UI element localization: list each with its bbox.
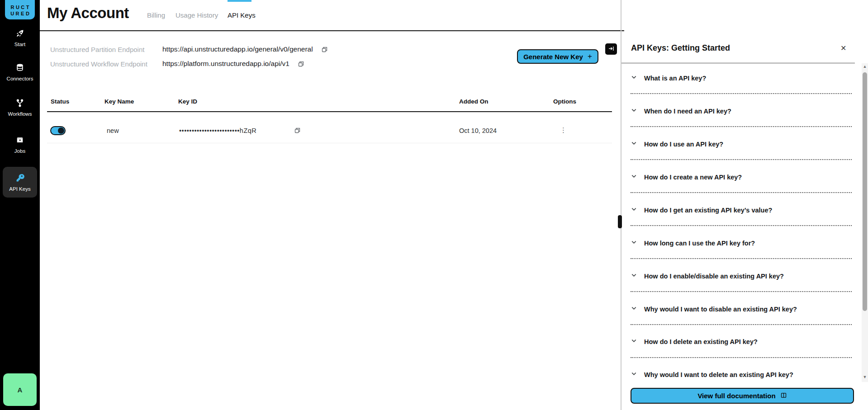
chevron-down-icon bbox=[631, 337, 637, 346]
faq-question: When do I need an API key? bbox=[644, 108, 731, 115]
faq-item[interactable]: Why would I want to disable an existing … bbox=[631, 305, 852, 313]
sidebar-item-connectors[interactable]: Connectors bbox=[0, 63, 40, 81]
faq-item[interactable]: How do I enable/disable an existing API … bbox=[631, 272, 852, 280]
header-divider bbox=[40, 30, 624, 31]
dotted-divider bbox=[631, 126, 852, 127]
col-header-options: Options bbox=[553, 98, 576, 105]
unstructured-logo[interactable]: RUCT URED bbox=[5, 0, 35, 19]
faq-item[interactable]: When do I need an API key? bbox=[631, 107, 852, 115]
col-header-key-id: Key ID bbox=[178, 98, 197, 105]
faq-item[interactable]: Why would I want to delete an existing A… bbox=[631, 370, 852, 379]
view-full-documentation-button[interactable]: View full documentation bbox=[631, 388, 854, 404]
chevron-down-icon bbox=[631, 107, 637, 115]
chevron-down-icon bbox=[631, 272, 637, 280]
tab-billing[interactable]: Billing bbox=[147, 11, 165, 19]
faq-question: How do I create a new API key? bbox=[644, 174, 742, 181]
endpoint-url: https://api.unstructuredapp.io/general/v… bbox=[162, 45, 313, 53]
panel-header-divider bbox=[621, 63, 855, 63]
workflow-endpoint-row: Unstructured Workflow Endpoint https://p… bbox=[50, 60, 304, 68]
sidebar-item-workflows[interactable]: Workflows bbox=[0, 99, 40, 117]
col-header-added-on: Added On bbox=[459, 98, 489, 105]
row-options-kebab-icon[interactable]: ⋮ bbox=[560, 125, 567, 135]
sidebar-item-label: Workflows bbox=[8, 111, 32, 117]
toggle-knob bbox=[58, 127, 64, 134]
chevron-down-icon bbox=[631, 74, 637, 82]
active-tab-indicator bbox=[228, 0, 251, 2]
generate-new-key-label: Generate New Key bbox=[523, 53, 583, 61]
panel-title: API Keys: Getting Started bbox=[631, 43, 730, 53]
faq-question: Why would I want to disable an existing … bbox=[644, 306, 797, 313]
panel-resize-handle[interactable] bbox=[618, 215, 622, 228]
user-avatar[interactable]: A bbox=[3, 373, 37, 406]
key-status-toggle[interactable] bbox=[50, 126, 66, 135]
faq-question: Why would I want to delete an existing A… bbox=[644, 371, 793, 378]
faq-item[interactable]: How long can I use the API key for? bbox=[631, 239, 852, 247]
dotted-divider bbox=[631, 291, 852, 292]
faq-question: How do I use an API key? bbox=[644, 141, 723, 148]
key-icon bbox=[15, 173, 25, 184]
faq-question: How long can I use the API key for? bbox=[644, 240, 755, 247]
close-icon[interactable]: ✕ bbox=[840, 44, 846, 52]
faq-question: How do I delete an existing API key? bbox=[644, 338, 758, 345]
added-on-cell: Oct 10, 2024 bbox=[459, 127, 497, 134]
chevron-down-icon bbox=[631, 370, 637, 379]
sidebar-item-jobs[interactable]: Jobs bbox=[0, 136, 40, 154]
box-icon bbox=[15, 136, 24, 146]
faq-item[interactable]: What is an API key? bbox=[631, 74, 852, 82]
dotted-divider bbox=[631, 357, 852, 358]
faq-item[interactable]: How do I delete an existing API key? bbox=[631, 337, 852, 346]
doc-button-label: View full documentation bbox=[697, 392, 775, 400]
copy-icon[interactable] bbox=[321, 46, 328, 53]
chevron-down-icon bbox=[631, 140, 637, 148]
partition-endpoint-row: Unstructured Partition Endpoint https://… bbox=[50, 45, 328, 53]
sidebar: RUCT URED Start Connectors bbox=[0, 0, 40, 410]
faq-item[interactable]: How do I create a new API key? bbox=[631, 173, 852, 181]
logo-line: URED bbox=[9, 10, 31, 17]
sidebar-item-start[interactable]: Start bbox=[0, 29, 40, 47]
endpoint-url: https://platform.unstructuredapp.io/api/… bbox=[162, 60, 289, 68]
dotted-divider bbox=[631, 324, 852, 325]
sidebar-item-label: API Keys bbox=[9, 186, 30, 192]
copy-icon[interactable] bbox=[294, 127, 301, 134]
generate-new-key-button[interactable]: Generate New Key + bbox=[517, 49, 598, 64]
scrollbar-up-arrow[interactable]: ▲ bbox=[862, 64, 868, 69]
key-name-cell: new bbox=[107, 127, 119, 134]
faq-item[interactable]: How do I use an API key? bbox=[631, 140, 852, 148]
col-header-status: Status bbox=[51, 98, 69, 105]
plus-icon: + bbox=[588, 52, 592, 61]
sidebar-item-label: Start bbox=[14, 42, 25, 47]
sidebar-item-label: Connectors bbox=[7, 76, 33, 81]
tab-api-keys[interactable]: API Keys bbox=[228, 11, 256, 19]
sidebar-item-api-keys[interactable]: API Keys bbox=[3, 167, 37, 198]
arrow-to-bar-icon bbox=[608, 45, 614, 53]
open-book-icon bbox=[780, 392, 787, 400]
col-header-key-name: Key Name bbox=[104, 98, 134, 105]
chevron-down-icon bbox=[631, 239, 637, 247]
sidebar-item-label: Jobs bbox=[14, 148, 25, 154]
dotted-divider bbox=[631, 93, 852, 94]
table-header-divider bbox=[47, 111, 612, 112]
chevron-down-icon bbox=[631, 173, 637, 181]
dotted-divider bbox=[631, 159, 852, 160]
faq-item[interactable]: How do I get an existing API key’s value… bbox=[631, 206, 852, 214]
panel-left-border bbox=[621, 0, 621, 410]
scrollbar-thumb[interactable] bbox=[863, 72, 867, 311]
rocket-icon bbox=[15, 29, 24, 40]
chevron-down-icon bbox=[631, 305, 637, 313]
dotted-divider bbox=[631, 225, 852, 226]
branch-icon bbox=[15, 99, 24, 109]
dotted-divider bbox=[631, 258, 852, 259]
collapse-panel-button[interactable] bbox=[605, 43, 617, 55]
table-row-divider bbox=[47, 143, 612, 143]
endpoint-label: Unstructured Workflow Endpoint bbox=[50, 60, 162, 68]
scrollbar-down-arrow[interactable]: ▼ bbox=[862, 375, 868, 379]
copy-icon[interactable] bbox=[298, 61, 304, 67]
tab-usage-history[interactable]: Usage History bbox=[175, 11, 218, 19]
faq-question: How do I get an existing API key’s value… bbox=[644, 207, 772, 214]
page-title: My Account bbox=[47, 5, 129, 22]
dotted-divider bbox=[631, 192, 852, 193]
key-id-cell: ••••••••••••••••••••••••hZqR bbox=[179, 127, 256, 134]
endpoint-label: Unstructured Partition Endpoint bbox=[50, 46, 162, 53]
chevron-down-icon bbox=[631, 206, 637, 214]
database-icon bbox=[15, 63, 24, 74]
